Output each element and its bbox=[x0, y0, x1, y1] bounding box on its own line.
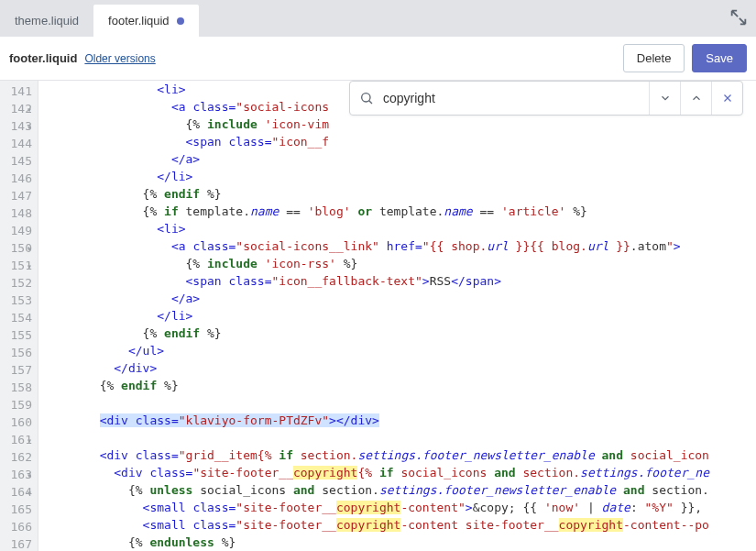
code-line[interactable]: <small class="site-footer__copyright-con… bbox=[42, 499, 756, 516]
code-area[interactable]: <li> <a class="social-icons {% include '… bbox=[38, 81, 756, 551]
delete-button[interactable]: Delete bbox=[623, 44, 685, 72]
code-line[interactable]: </li> bbox=[42, 307, 756, 325]
line-number: 154 bbox=[2, 309, 32, 326]
tab-bar: theme.liquid footer.liquid bbox=[0, 0, 756, 37]
code-line[interactable]: <div class="klaviyo-form-PTdZFv"></div> bbox=[42, 412, 756, 429]
line-number: 165 bbox=[2, 501, 32, 518]
code-line[interactable] bbox=[42, 429, 756, 446]
line-number: 141 ▾ bbox=[2, 83, 32, 100]
line-number: 144 bbox=[2, 135, 32, 152]
search-close-button[interactable] bbox=[711, 82, 742, 115]
line-number: 158 bbox=[2, 379, 32, 396]
code-line[interactable]: {% include 'icon-rss' %} bbox=[42, 255, 756, 272]
search-prev-button[interactable] bbox=[680, 82, 711, 115]
code-line[interactable]: <span class="icon__fallback-text">RSS</s… bbox=[42, 272, 756, 290]
code-line[interactable]: </a> bbox=[42, 290, 756, 307]
line-number: 160 ▾ bbox=[2, 413, 32, 431]
code-line[interactable]: {% include 'icon-vim bbox=[42, 116, 756, 133]
code-line[interactable]: {% if template.name == 'blog' or templat… bbox=[42, 203, 756, 220]
dirty-indicator-icon bbox=[177, 17, 184, 25]
line-number: 167 bbox=[2, 535, 32, 551]
line-number: 151 bbox=[2, 257, 32, 274]
line-number: 163 ▾ bbox=[2, 466, 32, 483]
code-line[interactable]: </ul> bbox=[42, 342, 756, 359]
tab-theme[interactable]: theme.liquid bbox=[0, 5, 93, 37]
code-line[interactable]: <div class="grid__item{% if section.sett… bbox=[42, 446, 756, 464]
code-line[interactable]: {% endunless %} bbox=[42, 534, 756, 551]
search-input[interactable] bbox=[383, 91, 649, 105]
line-number: 148 bbox=[2, 204, 32, 222]
line-number: 145 bbox=[2, 152, 32, 170]
code-editor: 141 ▾142 ▾143 144 145 146 147 148 149 ▾1… bbox=[0, 81, 756, 551]
code-line[interactable]: <span class="icon__f bbox=[42, 133, 756, 150]
code-line[interactable]: </div> bbox=[42, 359, 756, 377]
line-number: 143 bbox=[2, 117, 32, 135]
code-line[interactable]: {% endif %} bbox=[42, 325, 756, 342]
line-number: 153 bbox=[2, 292, 32, 309]
search-box bbox=[349, 81, 743, 116]
tab-label: footer.liquid bbox=[108, 14, 170, 28]
line-number-gutter: 141 ▾142 ▾143 144 145 146 147 148 149 ▾1… bbox=[0, 81, 38, 551]
line-number: 146 bbox=[2, 170, 32, 187]
line-number: 164 bbox=[2, 483, 32, 501]
line-number: 147 bbox=[2, 187, 32, 204]
code-line[interactable]: {% endif %} bbox=[42, 185, 756, 203]
line-number: 166 bbox=[2, 518, 32, 535]
code-line[interactable]: <li> bbox=[42, 220, 756, 237]
code-line[interactable]: <a class="social-icons__link" href="{{ s… bbox=[42, 237, 756, 255]
line-number: 161 bbox=[2, 431, 32, 448]
line-number: 142 ▾ bbox=[2, 100, 32, 117]
search-next-button[interactable] bbox=[649, 82, 680, 115]
older-versions-link[interactable]: Older versions bbox=[84, 52, 155, 65]
filename-label: footer.liquid bbox=[9, 51, 77, 65]
expand-button[interactable] bbox=[729, 7, 749, 28]
code-line[interactable]: <div class="site-footer__copyright{% if … bbox=[42, 464, 756, 481]
code-line[interactable]: <small class="site-footer__copyright-con… bbox=[42, 516, 756, 534]
save-button[interactable]: Save bbox=[692, 44, 747, 72]
search-icon bbox=[350, 91, 383, 105]
line-number: 156 bbox=[2, 344, 32, 361]
code-line[interactable]: </li> bbox=[42, 168, 756, 185]
code-line[interactable]: {% endif %} bbox=[42, 377, 756, 394]
line-number: 150 ▾ bbox=[2, 239, 32, 257]
svg-point-0 bbox=[362, 94, 370, 102]
line-number: 155 bbox=[2, 326, 32, 344]
code-line[interactable]: {% unless social_icons and section.setti… bbox=[42, 481, 756, 499]
line-number: 162 ▾ bbox=[2, 448, 32, 466]
code-line[interactable] bbox=[42, 394, 756, 412]
tab-label: theme.liquid bbox=[15, 14, 79, 28]
line-number: 149 ▾ bbox=[2, 222, 32, 239]
tab-footer[interactable]: footer.liquid bbox=[93, 5, 199, 37]
line-number: 152 bbox=[2, 274, 32, 292]
code-line[interactable]: </a> bbox=[42, 150, 756, 168]
line-number: 159 bbox=[2, 396, 32, 413]
file-toolbar: footer.liquid Older versions Delete Save bbox=[0, 37, 756, 81]
line-number: 157 bbox=[2, 361, 32, 379]
